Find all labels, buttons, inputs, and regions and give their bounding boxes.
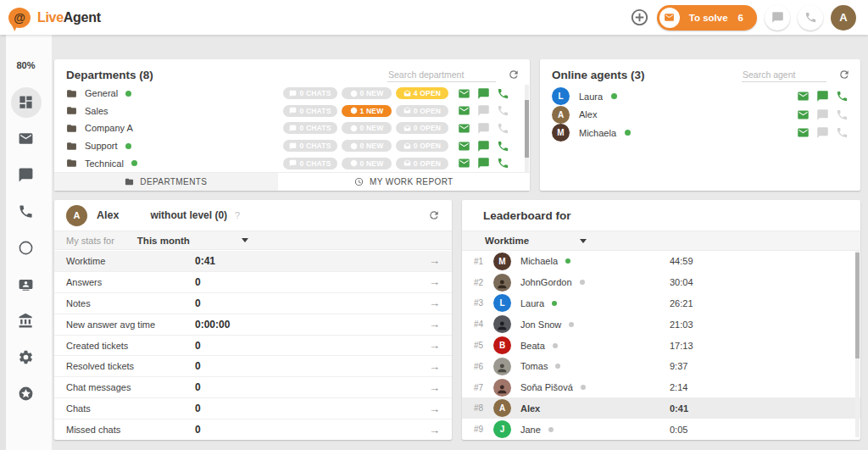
new-tickets-badge[interactable]: 1 NEW	[342, 105, 392, 117]
arrow-right-icon[interactable]: →	[429, 425, 440, 436]
stats-period-dropdown[interactable]: This month	[137, 236, 190, 246]
open-tickets-badge[interactable]: 0 OPEN	[396, 158, 448, 169]
search-agent-input[interactable]	[742, 68, 826, 82]
department-row[interactable]: General0 CHATS0 NEW4 OPEN	[54, 85, 530, 103]
sidebar-item-chat[interactable]	[8, 157, 44, 193]
calls-button[interactable]	[798, 5, 823, 31]
user-avatar[interactable]: A	[831, 5, 856, 31]
folder-icon	[125, 177, 134, 186]
liveagent-logo[interactable]: @ LiveAgent	[8, 8, 101, 28]
stat-row[interactable]: Chats0→	[54, 398, 452, 419]
stat-row[interactable]: Notes0→	[54, 293, 452, 314]
open-tickets-badge[interactable]: 0 OPEN	[396, 140, 448, 152]
agent-row[interactable]: MMichaela	[540, 124, 860, 142]
search-department-input[interactable]	[387, 68, 496, 82]
sidebar-item-mail[interactable]	[8, 120, 44, 157]
open-tickets-badge[interactable]: 0 OPEN	[396, 122, 448, 134]
new-tickets-badge[interactable]: 0 NEW	[342, 140, 392, 152]
sidebar-item-bank[interactable]	[8, 303, 44, 339]
arrow-right-icon[interactable]: →	[429, 276, 440, 287]
arrow-right-icon[interactable]: →	[429, 255, 440, 266]
stat-row[interactable]: Resolved tickets0→	[54, 356, 452, 377]
arrow-right-icon[interactable]: →	[429, 403, 440, 414]
department-row[interactable]: Sales0 CHATS1 NEW0 OPEN	[54, 103, 530, 120]
phone-icon[interactable]	[497, 122, 509, 135]
refresh-icon[interactable]	[838, 69, 850, 81]
email-icon[interactable]	[797, 90, 810, 103]
sidebar-item-contacts[interactable]	[8, 266, 44, 303]
agent-row[interactable]: AAlex	[540, 106, 860, 125]
phone-icon[interactable]	[497, 87, 509, 100]
phone-icon[interactable]	[497, 157, 509, 169]
open-mail-icon	[403, 90, 411, 97]
chat-icon[interactable]	[477, 140, 490, 153]
arrow-right-icon[interactable]: →	[429, 297, 440, 308]
sidebar-item-dashboard[interactable]	[11, 87, 42, 118]
open-tickets-badge[interactable]: 4 OPEN	[396, 87, 448, 99]
arrow-right-icon[interactable]: →	[429, 382, 440, 393]
arrow-right-icon[interactable]: →	[429, 319, 440, 330]
sidebar-item-star[interactable]	[8, 375, 44, 412]
stat-label: New answer avg time	[66, 319, 155, 330]
chat-icon[interactable]	[816, 126, 829, 139]
add-circle-icon[interactable]	[630, 8, 649, 27]
phone-icon[interactable]	[836, 126, 849, 139]
chevron-down-icon[interactable]	[242, 238, 248, 242]
department-row[interactable]: Technical0 CHATS0 NEW0 OPEN	[54, 154, 530, 172]
phone-icon[interactable]	[497, 104, 509, 117]
refresh-icon[interactable]	[428, 209, 440, 221]
email-icon[interactable]	[458, 122, 470, 135]
email-icon[interactable]	[458, 104, 470, 117]
phone-icon[interactable]	[836, 108, 849, 121]
email-icon[interactable]	[458, 87, 470, 100]
sidebar-item-settings[interactable]	[8, 339, 44, 375]
new-tickets-badge[interactable]: 0 NEW	[342, 158, 392, 169]
agent-row[interactable]: LLaura	[540, 87, 860, 106]
phone-icon[interactable]	[836, 90, 849, 103]
chat-icon[interactable]	[816, 108, 829, 121]
stat-row[interactable]: Worktime0:41→	[54, 251, 452, 272]
sidebar-item-history[interactable]	[8, 230, 44, 266]
chat-icon[interactable]	[477, 157, 490, 169]
leaderboard-metric-dropdown[interactable]: Worktime	[485, 236, 529, 246]
leaderboard-row: #9JJane0:05	[462, 419, 860, 440]
stat-row[interactable]: Answers0→	[54, 272, 452, 293]
chats-badge[interactable]: 0 CHATS	[283, 87, 337, 99]
chats-badge[interactable]: 0 CHATS	[283, 122, 337, 134]
department-row[interactable]: Support0 CHATS0 NEW0 OPEN	[54, 137, 530, 155]
new-tickets-badge[interactable]: 0 NEW	[342, 122, 392, 134]
open-tickets-badge[interactable]: 0 OPEN	[396, 105, 448, 117]
stat-row[interactable]: Created tickets0→	[54, 336, 452, 357]
stat-row[interactable]: New answer avg time0:00:00→	[54, 314, 452, 336]
chat-icon[interactable]	[477, 87, 490, 100]
chat-icon[interactable]	[477, 104, 490, 117]
chats-badge[interactable]: 0 CHATS	[283, 140, 337, 152]
chat-icon[interactable]	[477, 122, 490, 135]
new-tickets-badge[interactable]: 0 NEW	[342, 87, 392, 99]
arrow-right-icon[interactable]: →	[429, 361, 440, 372]
chevron-down-icon[interactable]	[580, 239, 587, 243]
email-icon[interactable]	[797, 108, 810, 121]
arrow-right-icon[interactable]: →	[429, 340, 440, 351]
refresh-icon[interactable]	[508, 69, 520, 81]
scrollbar[interactable]	[525, 85, 529, 172]
stat-row[interactable]: Chat messages0→	[54, 377, 452, 398]
chats-badge[interactable]: 0 CHATS	[283, 158, 337, 169]
scrollbar[interactable]	[855, 251, 860, 437]
chats-badge[interactable]: 0 CHATS	[283, 105, 337, 117]
chat-icon[interactable]	[816, 90, 829, 103]
email-icon[interactable]	[458, 140, 470, 153]
email-icon[interactable]	[797, 126, 810, 139]
chats-button[interactable]	[765, 5, 790, 31]
help-icon[interactable]: ?	[235, 210, 240, 220]
chat-icon	[18, 167, 34, 183]
tab-departments[interactable]: DEPARTMENTS	[54, 173, 278, 191]
sidebar-item-phone[interactable]	[8, 193, 44, 230]
tab-my-work-report[interactable]: MY WORK REPORT	[278, 173, 530, 191]
email-icon[interactable]	[458, 157, 470, 169]
department-row[interactable]: Company A0 CHATS0 NEW0 OPEN	[54, 119, 530, 137]
stat-row[interactable]: Missed chats0→	[54, 419, 452, 440]
leaderboard-row: #4Jon Snow21:03	[462, 314, 860, 335]
to-solve-button[interactable]: To solve 6	[657, 5, 757, 31]
phone-icon[interactable]	[497, 140, 509, 153]
